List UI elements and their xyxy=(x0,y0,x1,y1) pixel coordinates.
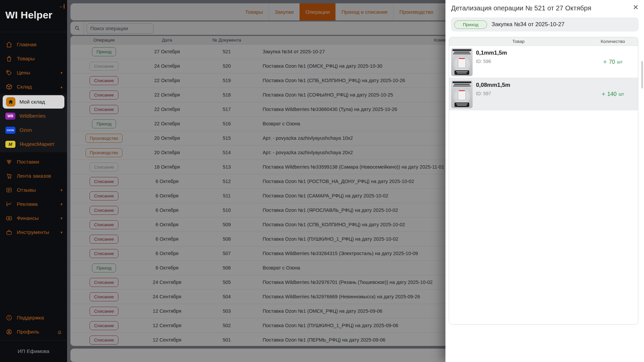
sidebar-item-label: Товары xyxy=(17,56,35,62)
product-id: ID: 597 xyxy=(476,91,588,96)
sidebar-bottom: Поддержка Профиль ИП Ефимова xyxy=(0,311,67,362)
home-icon xyxy=(5,41,13,48)
panel-scrollbar[interactable] xyxy=(641,61,643,88)
sidebar-item-wildberries[interactable]: WB Wildberries xyxy=(0,109,67,123)
quantity-value: 70 xyxy=(609,59,615,65)
quantity-value: 140 xyxy=(607,91,617,97)
panel-title: Детализация операции № 521 от 27 Октября xyxy=(451,4,591,12)
product-quantity: + 70 шт xyxy=(588,46,638,78)
product-id: ID: 596 xyxy=(476,59,588,64)
sidebar-item-postavki[interactable]: Поставки xyxy=(0,155,67,169)
sidebar-item-label: ЯндексМаркет xyxy=(19,141,55,147)
sidebar-item-label: Инструменты xyxy=(17,229,49,235)
product-row[interactable]: 0,1mm1,5m ID: 596 + 70 шт xyxy=(449,46,638,78)
plus-icon: + xyxy=(601,90,605,98)
sidebar-item-moy-sklad[interactable]: Мой склад xyxy=(3,95,64,109)
support-info-icon xyxy=(5,314,13,321)
chevron-down-icon: ▾ xyxy=(60,188,62,192)
product-image xyxy=(451,80,473,108)
sidebar-item-tseny[interactable]: Цены ▾ xyxy=(0,66,67,80)
finance-wallet-icon xyxy=(5,215,13,222)
tools-case-icon xyxy=(5,229,13,236)
sidebar-item-ozon[interactable]: OZON Ozon xyxy=(0,123,67,137)
sidebar-item-reklama[interactable]: Реклама ▾ xyxy=(0,197,67,211)
quantity-unit: шт xyxy=(617,59,623,64)
products-table: Товар Количество 0,1mm1,5m ID: 596 + 70 … xyxy=(449,37,638,324)
tag-icon xyxy=(5,69,13,76)
bell-icon[interactable] xyxy=(57,329,62,335)
column-header-product: Товар xyxy=(449,39,588,44)
ozon-badge-icon: OZON xyxy=(5,127,15,134)
wildberries-badge-icon: WB xyxy=(5,113,15,120)
chevron-down-icon: ▾ xyxy=(60,216,62,221)
sidebar-item-label: Склад xyxy=(17,84,32,90)
sidebar-item-profil[interactable]: Профиль xyxy=(0,325,67,339)
sidebar-item-yandexmarket[interactable]: M ЯндексМаркет xyxy=(0,137,67,151)
product-name: 0,1mm1,5m xyxy=(476,50,588,56)
sidebar-item-tovary[interactable]: Товары xyxy=(0,52,67,66)
yandexmarket-badge-icon: M xyxy=(5,141,15,148)
sidebar-item-label: Мой склад xyxy=(19,99,45,105)
close-icon[interactable]: ✕ xyxy=(633,3,639,11)
products-tbody: 0,1mm1,5m ID: 596 + 70 шт 0,08mm1,5m ID:… xyxy=(449,46,638,110)
plus-icon: + xyxy=(603,58,607,66)
sidebar-item-label: Отзывы xyxy=(17,187,36,193)
quantity-unit: шт xyxy=(619,92,624,97)
sidebar-item-label: Wildberries xyxy=(19,113,46,119)
chevron-up-icon: ▴ xyxy=(60,85,62,89)
ads-chart-icon xyxy=(5,200,13,208)
supply-boxes-icon xyxy=(5,158,13,166)
orders-cart-icon xyxy=(5,172,13,180)
sidebar-item-label: Лента заказов xyxy=(17,173,51,179)
sidebar-item-label: Ozon xyxy=(19,127,32,133)
sidebar-secondary-nav: Поставки Лента заказов Отзывы ▾ Реклама xyxy=(0,155,67,239)
operation-detail-panel: Детализация операции № 521 от 27 Октября… xyxy=(445,0,644,362)
reviews-doc-icon xyxy=(5,186,13,194)
sidebar-item-lenta-zakazov[interactable]: Лента заказов xyxy=(0,169,67,183)
profile-icon xyxy=(5,328,13,336)
products-table-header: Товар Количество xyxy=(449,37,638,46)
sidebar-item-otzyvy[interactable]: Отзывы ▾ xyxy=(0,183,67,197)
sidebar-item-label: Реклама xyxy=(17,201,38,207)
sidebar-item-finansy[interactable]: Финансы ▾ xyxy=(0,211,67,225)
product-info: 0,08mm1,5m ID: 597 xyxy=(476,78,588,110)
sidebar-item-label: Профиль xyxy=(17,329,39,335)
sidebar-item-sklad[interactable]: Склад ▴ xyxy=(0,80,67,94)
sidebar-item-instrumenty[interactable]: Инструменты ▾ xyxy=(0,225,67,239)
sidebar-item-label: Поставки xyxy=(17,159,39,165)
package-icon xyxy=(5,83,13,90)
account-name: ИП Ефимова xyxy=(0,341,67,362)
product-info: 0,1mm1,5m ID: 596 xyxy=(476,46,588,78)
sidebar-item-label: Главная xyxy=(17,42,37,48)
chevron-down-icon: ▾ xyxy=(60,71,62,75)
product-quantity: + 140 шт xyxy=(588,78,638,110)
bag-icon xyxy=(5,55,13,62)
column-header-quantity: Количество xyxy=(588,39,638,44)
product-image xyxy=(451,48,473,76)
sidebar: ←| WI Helper Главная Товары Цены ▾ xyxy=(0,0,67,362)
collapse-sidebar-icon[interactable]: ←| xyxy=(59,3,64,9)
operation-name: Закупка №34 от 2025-10-27 xyxy=(491,21,564,28)
app-logo: WI Helper xyxy=(5,9,52,21)
divider xyxy=(0,32,67,32)
product-name: 0,08mm1,5m xyxy=(476,82,588,88)
sidebar-nav: Главная Товары Цены ▾ Склад ▴ xyxy=(0,38,67,239)
sidebar-item-podderzhka[interactable]: Поддержка xyxy=(0,311,67,325)
product-row[interactable]: 0,08mm1,5m ID: 597 + 140 шт xyxy=(449,78,638,110)
sidebar-item-label: Поддержка xyxy=(17,315,44,321)
operation-status-badge: Приход xyxy=(454,20,487,29)
sidebar-item-label: Цены xyxy=(17,70,30,76)
sidebar-item-glavnaya[interactable]: Главная xyxy=(0,38,67,52)
sklad-submenu: Мой склад WB Wildberries OZON Ozon M Янд… xyxy=(0,94,67,152)
warehouse-home-icon xyxy=(6,97,15,107)
operation-summary-card: Приход Закупка №34 от 2025-10-27 xyxy=(451,17,639,32)
chevron-down-icon: ▾ xyxy=(60,202,62,206)
sidebar-item-label: Финансы xyxy=(17,215,39,221)
chevron-down-icon: ▾ xyxy=(60,230,62,235)
